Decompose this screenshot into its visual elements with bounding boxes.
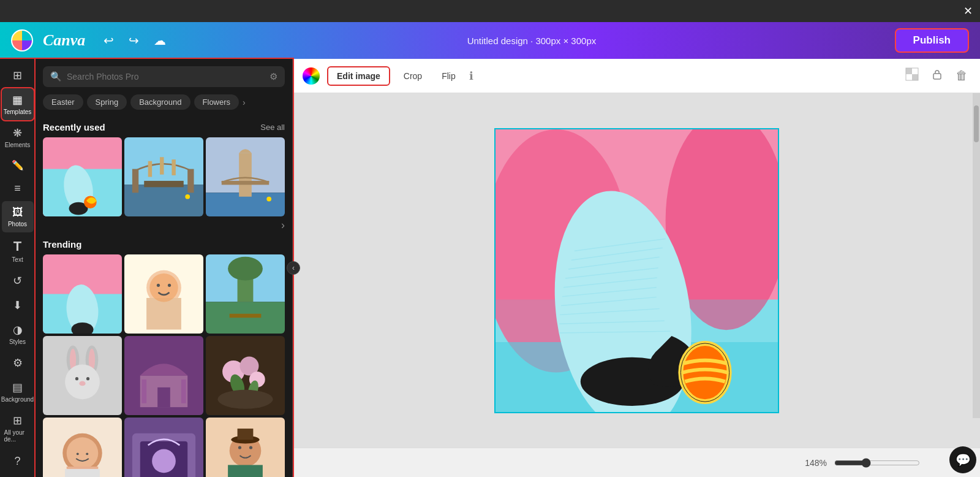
recent-photo-1[interactable]	[43, 137, 122, 216]
recently-used-grid	[43, 137, 285, 216]
panel-wrapper: 🔍 ⚙ Easter Spring Background Flowers › R…	[36, 59, 293, 477]
filter-icon[interactable]: ⚙	[270, 71, 277, 82]
tags-chevron-right[interactable]: ›	[243, 97, 246, 107]
svg-rect-11	[160, 157, 164, 174]
list-icon: ≡	[14, 182, 21, 195]
publish-button[interactable]: Publish	[895, 28, 969, 53]
trending-photo-4[interactable]	[43, 336, 122, 415]
svg-rect-45	[157, 387, 170, 407]
svg-point-60	[77, 452, 79, 455]
trending-photo-1[interactable]	[43, 254, 122, 334]
sidebar-item-history[interactable]: ↺	[2, 269, 34, 292]
all-icon: ⊞	[13, 414, 22, 427]
svg-rect-33	[230, 314, 262, 318]
search-area: 🔍 ⚙	[36, 59, 292, 92]
crop-button[interactable]: Crop	[398, 67, 428, 85]
svg-rect-8	[187, 169, 194, 193]
svg-point-61	[86, 452, 88, 455]
main-layout: ⊞ ▦ Templates ❋ Elements ✏️ ≡ 🖼 Photos T…	[0, 59, 980, 477]
svg-point-28	[168, 284, 171, 287]
trending-photo-8[interactable]	[124, 418, 203, 477]
delete-button[interactable]: 🗑	[953, 66, 970, 85]
sidebar-item-photos[interactable]: 🖼 Photos	[2, 201, 34, 232]
trending-photo-5[interactable]	[124, 336, 203, 415]
svg-rect-83	[906, 74, 912, 80]
zoom-slider[interactable]	[834, 458, 920, 468]
lock-button[interactable]	[929, 66, 946, 86]
scrollbar-thumb[interactable]	[974, 105, 979, 142]
background-icon: ▤	[12, 381, 23, 394]
zoom-display: 148%	[805, 458, 827, 468]
photo-panel: 🔍 ⚙ Easter Spring Background Flowers › R…	[36, 59, 293, 477]
close-button[interactable]: ✕	[963, 4, 973, 18]
recent-photo-2[interactable]	[124, 137, 203, 216]
svg-rect-82	[912, 68, 918, 74]
sidebar-item-texttool[interactable]: ≡	[2, 177, 34, 200]
svg-rect-72	[228, 465, 263, 477]
sidebar-item-elements[interactable]: ❋ Elements	[2, 121, 34, 153]
home-icon: ⊞	[13, 69, 22, 82]
flip-button[interactable]: Flip	[435, 67, 462, 85]
tag-background[interactable]: Background	[130, 94, 190, 110]
design-title: Untitled design · 300px × 300px	[178, 36, 884, 46]
sidebar-item-templates[interactable]: ▦ Templates	[2, 88, 34, 120]
trending-photo-6[interactable]	[206, 336, 285, 415]
tag-easter[interactable]: Easter	[43, 94, 83, 110]
help-icon: ?	[14, 455, 20, 468]
sidebar-item-downloads[interactable]: ⬇	[2, 294, 34, 317]
recent-photo-3[interactable]	[206, 137, 285, 216]
svg-point-27	[157, 284, 160, 287]
sidebar-item-home[interactable]: ⊞	[2, 64, 34, 87]
svg-rect-81	[906, 68, 912, 74]
svg-point-42	[79, 381, 85, 386]
svg-rect-17	[222, 181, 269, 185]
svg-rect-59	[65, 469, 100, 477]
trending-photo-7[interactable]	[43, 418, 122, 477]
sidebar-item-styles[interactable]: ◑ Styles	[2, 318, 34, 350]
color-swatch[interactable]	[303, 67, 320, 85]
svg-point-65	[152, 449, 176, 473]
tag-spring[interactable]: Spring	[87, 94, 127, 110]
canva-logo[interactable]	[11, 29, 33, 52]
svg-rect-84	[912, 74, 918, 80]
chat-button[interactable]: 💬	[949, 446, 976, 473]
search-input[interactable]	[67, 72, 265, 82]
sidebar-item-edit[interactable]: ✏️	[2, 155, 34, 176]
trending-photo-3[interactable]	[206, 254, 285, 334]
gear-icon: ⚙	[13, 356, 23, 370]
recently-used-next[interactable]: ›	[281, 219, 285, 232]
svg-rect-47	[181, 380, 186, 403]
sidebar-item-all[interactable]: ⊞ All your de...	[2, 409, 34, 448]
cloud-save-button[interactable]: ☁	[151, 31, 168, 50]
sidebar-item-text[interactable]: T Text	[2, 234, 34, 268]
svg-point-69	[249, 446, 252, 449]
tag-flowers[interactable]: Flowers	[194, 94, 239, 110]
panel-collapse-button[interactable]: ‹	[287, 261, 300, 275]
trending-photo-2[interactable]	[124, 254, 203, 334]
sidebar-all-label: All your de...	[4, 429, 31, 443]
canvas-area: Edit image Crop Flip ℹ	[293, 59, 980, 477]
titlebar: ✕	[0, 0, 980, 22]
svg-rect-30	[206, 302, 285, 334]
sidebar-item-help[interactable]: ?	[2, 450, 34, 473]
sidebar-styles-label: Styles	[9, 338, 26, 345]
see-all-button[interactable]: See all	[260, 123, 285, 132]
sidebar-item-background[interactable]: ▤ Background	[2, 376, 34, 408]
transparency-button[interactable]	[903, 65, 921, 86]
templates-icon: ▦	[12, 93, 23, 107]
design-canvas[interactable]	[494, 128, 779, 413]
redo-button[interactable]: ↪	[126, 31, 141, 50]
svg-rect-25	[146, 298, 181, 330]
transparency-icon	[905, 67, 919, 81]
svg-point-54	[217, 390, 273, 409]
search-bar: 🔍 ⚙	[43, 66, 285, 87]
undo-button[interactable]: ↩	[101, 31, 116, 50]
sidebar-item-power[interactable]: ⏻	[2, 474, 34, 477]
sidebar-item-settings[interactable]: ⚙	[2, 351, 34, 375]
info-button[interactable]: ℹ	[469, 69, 473, 83]
history-icon: ↺	[13, 274, 22, 288]
vertical-scrollbar[interactable]	[973, 93, 980, 418]
edit-image-button[interactable]: Edit image	[327, 66, 390, 86]
svg-point-26	[149, 273, 178, 302]
trending-photo-9[interactable]	[206, 418, 285, 477]
